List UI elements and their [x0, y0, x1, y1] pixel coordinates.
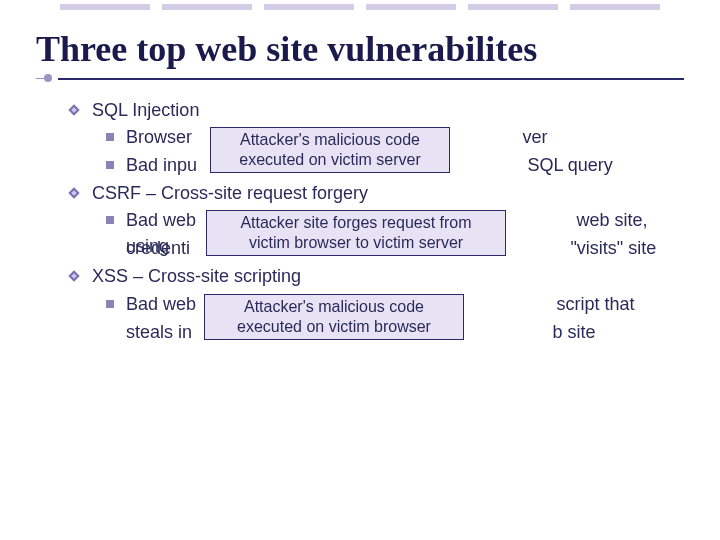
callout-line2: executed on victim browser — [213, 317, 455, 337]
item-text-pre: Bad web — [126, 210, 196, 230]
callout-line1: Attacker's malicious code — [219, 130, 441, 150]
callout-csrf: Attacker site forges request from victim… — [206, 210, 506, 256]
callout-line2: victim browser to victim server — [215, 233, 497, 253]
item-text-post2: "visits" site — [570, 238, 656, 258]
bar — [468, 4, 558, 10]
square-bullet-icon — [106, 133, 114, 141]
diamond-bullet-icon — [68, 270, 80, 282]
list-item: Bad inpu _______________________________… — [126, 153, 660, 179]
bar — [60, 4, 150, 10]
item-text-post: script that — [556, 294, 634, 314]
section-csrf: CSRF – Cross-site request forgery — [92, 181, 660, 206]
bar — [366, 4, 456, 10]
square-bullet-icon — [106, 216, 114, 224]
callout-xss: Attacker's malicious code executed on vi… — [204, 294, 464, 340]
item-text-pre: Bad web — [126, 294, 196, 314]
section-heading: SQL Injection — [92, 100, 199, 120]
bar — [570, 4, 660, 10]
square-bullet-icon — [106, 161, 114, 169]
item-text-pre2: steals in — [126, 322, 192, 342]
square-bullet-icon — [106, 300, 114, 308]
section-heading: XSS – Cross-site scripting — [92, 266, 301, 286]
bar — [264, 4, 354, 10]
list-item-continuation: steals in ______________________________… — [126, 320, 660, 346]
section-xss: XSS – Cross-site scripting — [92, 264, 660, 289]
list-item-continuation: credenti _______________________________… — [126, 236, 660, 262]
item-text-post: SQL query — [527, 155, 612, 175]
item-text-pre: Browser — [126, 127, 192, 147]
item-text-pre2: credenti — [126, 238, 190, 258]
callout-line1: Attacker site forges request from — [215, 213, 497, 233]
title-underline — [58, 78, 684, 80]
title-ornament-icon — [36, 70, 56, 88]
diamond-bullet-icon — [68, 187, 80, 199]
item-text-post: ver — [522, 127, 547, 147]
section-heading: CSRF – Cross-site request forgery — [92, 183, 368, 203]
bar — [162, 4, 252, 10]
callout-line2: executed on victim server — [219, 150, 441, 170]
section-sql-injection: SQL Injection — [92, 98, 660, 123]
item-text-post2: b site — [552, 322, 595, 342]
callout-line1: Attacker's malicious code — [213, 297, 455, 317]
callout-sql: Attacker's malicious code executed on vi… — [210, 127, 450, 173]
slide-title: Three top web site vulnerabilites — [0, 10, 720, 78]
slide-body: SQL Injection Browser __________________… — [0, 80, 720, 346]
item-text-pre: Bad inpu — [126, 155, 197, 175]
top-decoration-bars — [0, 0, 720, 10]
diamond-bullet-icon — [68, 104, 80, 116]
